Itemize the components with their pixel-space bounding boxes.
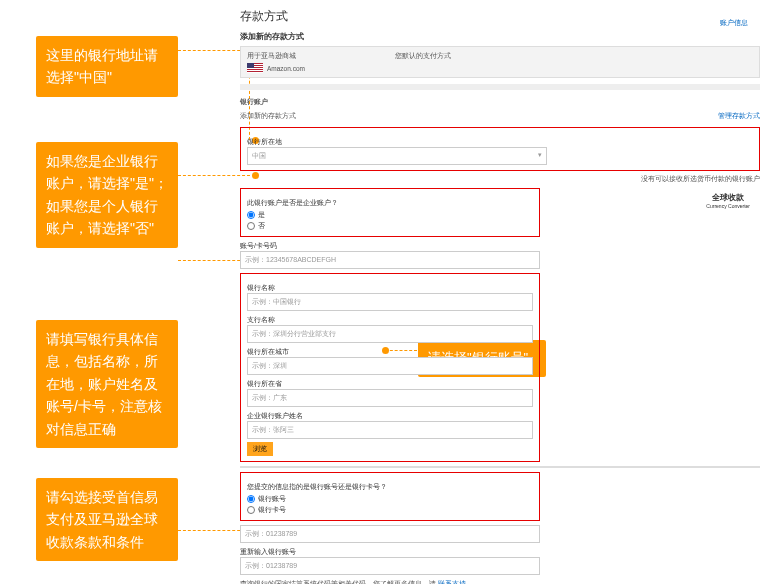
contact-support-link[interactable]: 联系支持 (438, 580, 466, 584)
store-row: 用于亚马逊商城 Amazon.com 您默认的支付方式 (240, 46, 760, 78)
radio-no[interactable]: 否 (247, 221, 533, 231)
holder-label: 企业银行账户姓名 (247, 411, 533, 421)
divider (240, 84, 760, 90)
callout-accept-terms: 请勾选接受首信易支付及亚马逊全球收款条款和条件 (36, 478, 178, 561)
enterprise-question: 此银行账户是否是企业账户？ (247, 198, 533, 208)
store-value: Amazon.com (267, 65, 305, 72)
bank-location-hint: 没有可以接收所选货币付款的银行账户 (240, 175, 760, 184)
radio-bank-card[interactable]: 银行卡号 (247, 505, 533, 515)
bank-prov-input[interactable]: 示例：广东 (247, 389, 533, 407)
route-label: 您默认的支付方式 (395, 51, 451, 61)
deposit-form: 存款方式 账户信息 添加新的存款方式 用于亚马逊商城 Amazon.com 您默… (240, 8, 760, 584)
account-type-question: 您提交的信息指的是银行账号还是银行卡号？ (247, 482, 533, 492)
global-pay-badge: 全球收款 Currency Converter (706, 192, 750, 209)
store-label: 用于亚马逊商城 (247, 51, 305, 61)
radio-yes[interactable]: 是 (247, 210, 533, 220)
bank-sub-title: 添加新的存款方式 (240, 112, 296, 121)
bank-account-input-2[interactable]: 示例：01238789 (240, 557, 540, 575)
bank-account-input-1[interactable]: 示例：01238789 (240, 525, 540, 543)
highlight-enterprise: 此银行账户是否是企业账户？ 是 否 (240, 188, 540, 237)
reenter-label: 重新输入银行账号 (240, 547, 760, 557)
chevron-down-icon: ▾ (538, 151, 542, 161)
callout-enterprise: 如果您是企业银行账户，请选择"是"；如果您是个人银行账户，请选择"否" (36, 142, 178, 248)
callout-bank-details: 请填写银行具体信息，包括名称，所在地，账户姓名及账号/卡号，注意核对信息正确 (36, 320, 178, 448)
account-info-link[interactable]: 账户信息 (720, 18, 748, 28)
bank-name-label: 银行名称 (247, 283, 533, 293)
bank-name-input[interactable]: 示例：中国银行 (247, 293, 533, 311)
bank-location-select[interactable]: 中国 ▾ (247, 147, 547, 165)
highlight-bank-details: 银行名称 示例：中国银行 支行名称 示例：深圳分行营业部支行 银行所在城市 示例… (240, 273, 540, 462)
radio-bank-account[interactable]: 银行账号 (247, 494, 533, 504)
bank-city-label: 银行所在城市 (247, 347, 533, 357)
branch-input[interactable]: 示例：深圳分行营业部支行 (247, 325, 533, 343)
callout-bank-location: 这里的银行地址请选择"中国" (36, 36, 178, 97)
manage-deposit-link[interactable]: 管理存款方式 (718, 111, 760, 121)
bank-city-input[interactable]: 示例：深圳 (247, 357, 533, 375)
view-button[interactable]: 浏览 (247, 442, 273, 456)
bank-section-title: 银行账户 (240, 98, 268, 107)
divider (240, 466, 760, 468)
branch-label: 支行名称 (247, 315, 533, 325)
highlight-account-type: 您提交的信息指的是银行账号还是银行卡号？ 银行账号 银行卡号 (240, 472, 540, 521)
add-method-title: 添加新的存款方式 (240, 31, 760, 42)
bank-location-value: 中国 (252, 151, 266, 161)
help-text: 查询银行的国家结算系统代码等相关代码，您了解更多信息，请 联系支持 (240, 579, 760, 584)
highlight-bank-location: 银行所在地 中国 ▾ (240, 127, 760, 171)
bank-location-label: 银行所在地 (247, 137, 753, 147)
page-title: 存款方式 (240, 8, 760, 25)
account-number-label: 账号/卡号码 (240, 241, 760, 251)
bank-prov-label: 银行所在省 (247, 379, 533, 389)
us-flag-icon (247, 63, 263, 73)
account-number-input[interactable]: 示例：12345678ABCDEFGH (240, 251, 540, 269)
holder-input[interactable]: 示例：张阿三 (247, 421, 533, 439)
